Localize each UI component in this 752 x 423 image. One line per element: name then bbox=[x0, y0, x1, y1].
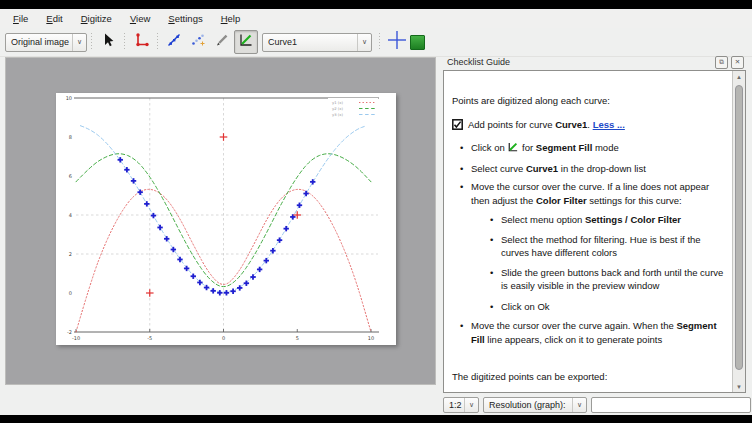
axis-point-tool-button[interactable] bbox=[129, 30, 153, 54]
substep-menu-option: • Select menu option Settings / Color Fi… bbox=[490, 213, 729, 227]
checklist-content: Points are digitized along each curve: A… bbox=[452, 71, 729, 393]
toolbar-separator bbox=[124, 33, 125, 51]
statusbar: 1:2 ∨ Resolution (graph): ∨ bbox=[443, 396, 751, 414]
checklist-intro: Points are digitized along each curve: bbox=[452, 94, 729, 108]
scroll-up-icon[interactable]: ▲ bbox=[733, 71, 745, 82]
scrollbar-thumb[interactable] bbox=[735, 85, 743, 370]
less-link[interactable]: Less ... bbox=[593, 119, 625, 130]
close-panel-button[interactable]: ✕ bbox=[731, 56, 744, 69]
engauge-digitizer-window: File Edit Digitize View Settings Help Or… bbox=[0, 9, 752, 415]
substep-ok: • Click on Ok bbox=[490, 300, 729, 314]
svg-text:-2: -2 bbox=[67, 329, 72, 335]
checklist-scrollbar[interactable]: ▲ ▼ bbox=[732, 71, 745, 392]
screen: File Edit Digitize View Settings Help Or… bbox=[0, 0, 752, 423]
graph-plot: -10-505101086420-2y1 (x)y2 (x)y3 (x) bbox=[56, 93, 396, 345]
checkbox-checked-icon[interactable] bbox=[452, 119, 463, 134]
toolbar-separator bbox=[91, 33, 92, 51]
background-select[interactable]: Original image ∨ bbox=[5, 33, 87, 52]
chevron-down-icon: ∨ bbox=[464, 398, 478, 412]
checkbox-unchecked-icon[interactable] bbox=[452, 392, 463, 394]
curve-select[interactable]: Curve1 ∨ bbox=[262, 33, 372, 52]
zoom-select[interactable]: 1:2 ∨ bbox=[443, 397, 479, 413]
checklist-titlebar: Checklist Guide ⧉ ✕ bbox=[443, 55, 746, 69]
svg-text:2: 2 bbox=[69, 251, 72, 257]
checklist-title: Checklist Guide bbox=[447, 57, 712, 67]
zoom-select-value: 1:2 bbox=[444, 400, 464, 410]
step-move-again: • Move the cursor over the curve again. … bbox=[460, 319, 729, 346]
status-value-field[interactable] bbox=[591, 397, 751, 413]
chevron-down-icon: ∨ bbox=[72, 34, 86, 51]
curve-point-icon bbox=[166, 32, 182, 52]
svg-text:0: 0 bbox=[69, 290, 72, 296]
menu-view[interactable]: View bbox=[121, 11, 159, 26]
curve-point-tool-button[interactable] bbox=[162, 30, 186, 54]
step-segment-fill-mode: • Click on for Segment Fill mode bbox=[460, 141, 729, 157]
scroll-down-icon[interactable]: ▼ bbox=[733, 381, 745, 392]
pointer-icon bbox=[100, 32, 116, 52]
menu-file[interactable]: File bbox=[4, 11, 37, 26]
background-select-value: Original image bbox=[6, 37, 72, 47]
graph-image[interactable]: -10-505101086420-2y1 (x)y2 (x)y3 (x) bbox=[56, 93, 396, 345]
svg-text:0: 0 bbox=[222, 335, 225, 341]
graph-canvas[interactable]: -10-505101086420-2y1 (x)y2 (x)y3 (x) bbox=[5, 57, 436, 385]
toolbar: Original image ∨ bbox=[0, 28, 752, 57]
checklist-guide-panel: Checklist Guide ⧉ ✕ Points are digitized… bbox=[443, 55, 746, 393]
svg-text:y3 (x): y3 (x) bbox=[332, 112, 344, 117]
status-units-select[interactable]: Resolution (graph): ∨ bbox=[483, 397, 587, 413]
crosshair-icon bbox=[387, 30, 407, 54]
curve-color-swatch[interactable] bbox=[410, 35, 425, 50]
chevron-down-icon: ∨ bbox=[572, 398, 586, 412]
chevron-down-icon: ∨ bbox=[357, 34, 371, 51]
export-intro: The digitized points can be exported: bbox=[452, 370, 729, 384]
svg-text:4: 4 bbox=[69, 212, 72, 218]
svg-text:6: 6 bbox=[69, 173, 72, 179]
menu-digitize[interactable]: Digitize bbox=[72, 11, 121, 26]
svg-text:5: 5 bbox=[296, 335, 299, 341]
step-move-cursor: • Move the cursor over the curve. If a l… bbox=[460, 180, 729, 207]
more-link[interactable]: More bbox=[578, 392, 601, 394]
point-match-icon bbox=[190, 32, 206, 52]
export-item: Export the points to a file. More bbox=[452, 391, 729, 394]
svg-text:8: 8 bbox=[69, 134, 72, 140]
select-tool-button[interactable] bbox=[96, 30, 120, 54]
menu-edit[interactable]: Edit bbox=[37, 11, 71, 26]
status-units-value: Resolution (graph): bbox=[484, 400, 572, 410]
checklist-body: Points are digitized along each curve: A… bbox=[443, 70, 746, 393]
svg-text:y2 (x): y2 (x) bbox=[332, 106, 344, 111]
menu-help[interactable]: Help bbox=[212, 11, 250, 26]
toolbar-separator bbox=[157, 33, 158, 51]
add-points-item: Add points for curve Curve1. Less ... bbox=[452, 118, 729, 134]
segment-fill-icon bbox=[238, 32, 254, 52]
menu-settings[interactable]: Settings bbox=[159, 11, 211, 26]
svg-text:-5: -5 bbox=[147, 335, 152, 341]
menubar: File Edit Digitize View Settings Help bbox=[0, 9, 752, 28]
substep-slide: • Slide the green buttons back and forth… bbox=[490, 266, 729, 293]
color-picker-icon bbox=[214, 32, 230, 52]
axis-point-icon bbox=[133, 32, 149, 52]
float-panel-button[interactable]: ⧉ bbox=[715, 56, 728, 69]
segment-fill-tool-button[interactable] bbox=[234, 30, 258, 54]
point-match-tool-button[interactable] bbox=[186, 30, 210, 54]
curve-select-value: Curve1 bbox=[263, 37, 357, 47]
svg-text:y1 (x): y1 (x) bbox=[332, 100, 344, 105]
toolbar-separator bbox=[379, 33, 380, 51]
svg-text:-10: -10 bbox=[72, 335, 80, 341]
segment-fill-icon bbox=[507, 141, 519, 157]
svg-text:10: 10 bbox=[66, 95, 72, 101]
color-picker-tool-button[interactable] bbox=[210, 30, 234, 54]
step-select-curve: • Select curve Curve1 in the drop-down l… bbox=[460, 162, 729, 176]
substep-method: • Select the method for filtering. Hue i… bbox=[490, 233, 729, 260]
svg-text:10: 10 bbox=[368, 335, 374, 341]
